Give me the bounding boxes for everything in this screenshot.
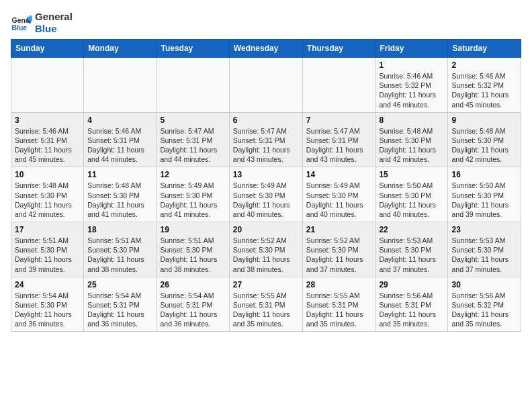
day-number: 27 <box>233 280 299 289</box>
calendar-cell: 4Sunrise: 5:46 AMSunset: 5:31 PMDaylight… <box>84 112 157 167</box>
calendar-cell: 10Sunrise: 5:48 AMSunset: 5:30 PMDayligh… <box>11 167 84 222</box>
calendar-cell: 15Sunrise: 5:50 AMSunset: 5:30 PMDayligh… <box>375 167 448 222</box>
day-info: Sunrise: 5:47 AMSunset: 5:31 PMDaylight:… <box>161 126 226 165</box>
day-number: 5 <box>161 116 226 125</box>
logo: General Blue General Blue <box>11 11 73 35</box>
calendar-table: SundayMondayTuesdayWednesdayThursdayFrid… <box>11 39 521 332</box>
calendar-cell <box>157 58 229 113</box>
calendar-cell: 25Sunrise: 5:54 AMSunset: 5:31 PMDayligh… <box>84 277 157 332</box>
day-info: Sunrise: 5:48 AMSunset: 5:30 PMDaylight:… <box>15 181 80 219</box>
day-number: 10 <box>15 170 80 179</box>
day-info: Sunrise: 5:56 AMSunset: 5:32 PMDaylight:… <box>451 291 517 329</box>
weekday-header-friday: Friday <box>375 40 448 58</box>
calendar-cell: 8Sunrise: 5:48 AMSunset: 5:30 PMDaylight… <box>375 112 448 167</box>
calendar-week-row: 17Sunrise: 5:51 AMSunset: 5:30 PMDayligh… <box>11 222 521 277</box>
calendar-cell <box>302 58 375 113</box>
day-number: 19 <box>161 225 226 234</box>
day-info: Sunrise: 5:47 AMSunset: 5:31 PMDaylight:… <box>233 126 299 165</box>
calendar-cell <box>84 58 157 113</box>
day-number: 14 <box>306 170 372 179</box>
calendar-cell: 7Sunrise: 5:47 AMSunset: 5:31 PMDaylight… <box>302 112 375 167</box>
day-number: 21 <box>306 225 372 234</box>
svg-text:Blue: Blue <box>12 24 28 32</box>
day-info: Sunrise: 5:50 AMSunset: 5:30 PMDaylight:… <box>379 181 444 219</box>
day-number: 15 <box>379 170 444 179</box>
calendar-cell: 26Sunrise: 5:54 AMSunset: 5:31 PMDayligh… <box>157 277 229 332</box>
day-info: Sunrise: 5:52 AMSunset: 5:30 PMDaylight:… <box>233 236 299 274</box>
calendar-cell: 29Sunrise: 5:56 AMSunset: 5:31 PMDayligh… <box>375 277 448 332</box>
day-info: Sunrise: 5:47 AMSunset: 5:31 PMDaylight:… <box>306 126 372 165</box>
day-number: 17 <box>15 225 80 234</box>
day-number: 13 <box>233 170 299 179</box>
calendar-cell: 1Sunrise: 5:46 AMSunset: 5:32 PMDaylight… <box>375 58 448 113</box>
weekday-header-wednesday: Wednesday <box>229 40 302 58</box>
day-number: 6 <box>233 116 299 125</box>
day-info: Sunrise: 5:49 AMSunset: 5:30 PMDaylight:… <box>233 181 299 219</box>
calendar-cell: 3Sunrise: 5:46 AMSunset: 5:31 PMDaylight… <box>11 112 84 167</box>
day-info: Sunrise: 5:53 AMSunset: 5:30 PMDaylight:… <box>451 236 517 274</box>
calendar-cell: 6Sunrise: 5:47 AMSunset: 5:31 PMDaylight… <box>229 112 302 167</box>
logo-blue-text: Blue <box>35 23 73 35</box>
calendar-cell: 22Sunrise: 5:53 AMSunset: 5:30 PMDayligh… <box>375 222 448 277</box>
day-info: Sunrise: 5:48 AMSunset: 5:30 PMDaylight:… <box>87 181 152 219</box>
day-number: 11 <box>87 170 152 179</box>
calendar-cell: 24Sunrise: 5:54 AMSunset: 5:30 PMDayligh… <box>11 277 84 332</box>
day-number: 2 <box>451 60 517 70</box>
calendar-cell: 11Sunrise: 5:48 AMSunset: 5:30 PMDayligh… <box>84 167 157 222</box>
weekday-header-monday: Monday <box>84 40 157 58</box>
calendar-cell: 21Sunrise: 5:52 AMSunset: 5:30 PMDayligh… <box>302 222 375 277</box>
calendar-cell: 30Sunrise: 5:56 AMSunset: 5:32 PMDayligh… <box>448 277 521 332</box>
weekday-header-thursday: Thursday <box>302 40 375 58</box>
calendar-cell <box>229 58 302 113</box>
calendar-cell <box>11 58 84 113</box>
day-number: 26 <box>161 280 226 289</box>
day-number: 22 <box>379 225 444 234</box>
calendar-week-row: 1Sunrise: 5:46 AMSunset: 5:32 PMDaylight… <box>11 58 521 113</box>
calendar-cell: 13Sunrise: 5:49 AMSunset: 5:30 PMDayligh… <box>229 167 302 222</box>
calendar-cell: 2Sunrise: 5:46 AMSunset: 5:32 PMDaylight… <box>448 58 521 113</box>
day-number: 25 <box>87 280 152 289</box>
calendar-cell: 12Sunrise: 5:49 AMSunset: 5:30 PMDayligh… <box>157 167 229 222</box>
day-info: Sunrise: 5:53 AMSunset: 5:30 PMDaylight:… <box>379 236 444 274</box>
calendar-week-row: 10Sunrise: 5:48 AMSunset: 5:30 PMDayligh… <box>11 167 521 222</box>
day-info: Sunrise: 5:54 AMSunset: 5:31 PMDaylight:… <box>161 291 226 329</box>
day-info: Sunrise: 5:49 AMSunset: 5:30 PMDaylight:… <box>161 181 226 219</box>
logo-general-text: General <box>35 11 73 23</box>
calendar-cell: 17Sunrise: 5:51 AMSunset: 5:30 PMDayligh… <box>11 222 84 277</box>
day-number: 30 <box>451 280 517 289</box>
day-info: Sunrise: 5:55 AMSunset: 5:31 PMDaylight:… <box>233 291 299 329</box>
weekday-header-saturday: Saturday <box>448 40 521 58</box>
day-info: Sunrise: 5:52 AMSunset: 5:30 PMDaylight:… <box>306 236 372 274</box>
day-info: Sunrise: 5:51 AMSunset: 5:30 PMDaylight:… <box>87 236 152 274</box>
logo-icon: General Blue <box>11 12 32 34</box>
day-number: 9 <box>451 116 517 125</box>
day-number: 16 <box>451 170 517 179</box>
calendar-cell: 9Sunrise: 5:48 AMSunset: 5:30 PMDaylight… <box>448 112 521 167</box>
day-number: 18 <box>87 225 152 234</box>
day-info: Sunrise: 5:46 AMSunset: 5:31 PMDaylight:… <box>87 126 152 165</box>
day-number: 24 <box>15 280 80 289</box>
day-number: 8 <box>379 116 444 125</box>
day-info: Sunrise: 5:46 AMSunset: 5:32 PMDaylight:… <box>379 71 444 109</box>
day-number: 29 <box>379 280 444 289</box>
day-info: Sunrise: 5:56 AMSunset: 5:31 PMDaylight:… <box>379 291 444 329</box>
day-info: Sunrise: 5:55 AMSunset: 5:31 PMDaylight:… <box>306 291 372 329</box>
day-info: Sunrise: 5:49 AMSunset: 5:30 PMDaylight:… <box>306 181 372 219</box>
calendar-cell: 19Sunrise: 5:51 AMSunset: 5:30 PMDayligh… <box>157 222 229 277</box>
day-number: 7 <box>306 116 372 125</box>
day-number: 3 <box>15 116 80 125</box>
day-number: 4 <box>87 116 152 125</box>
day-info: Sunrise: 5:54 AMSunset: 5:30 PMDaylight:… <box>15 291 80 329</box>
calendar-cell: 27Sunrise: 5:55 AMSunset: 5:31 PMDayligh… <box>229 277 302 332</box>
day-info: Sunrise: 5:46 AMSunset: 5:31 PMDaylight:… <box>15 126 80 165</box>
day-number: 12 <box>161 170 226 179</box>
weekday-header-tuesday: Tuesday <box>157 40 229 58</box>
day-number: 20 <box>233 225 299 234</box>
day-info: Sunrise: 5:51 AMSunset: 5:30 PMDaylight:… <box>161 236 226 274</box>
calendar-cell: 5Sunrise: 5:47 AMSunset: 5:31 PMDaylight… <box>157 112 229 167</box>
calendar-header-row: SundayMondayTuesdayWednesdayThursdayFrid… <box>11 40 521 58</box>
day-info: Sunrise: 5:51 AMSunset: 5:30 PMDaylight:… <box>15 236 80 274</box>
calendar-cell: 16Sunrise: 5:50 AMSunset: 5:30 PMDayligh… <box>448 167 521 222</box>
day-info: Sunrise: 5:50 AMSunset: 5:30 PMDaylight:… <box>451 181 517 219</box>
day-number: 1 <box>379 60 444 70</box>
